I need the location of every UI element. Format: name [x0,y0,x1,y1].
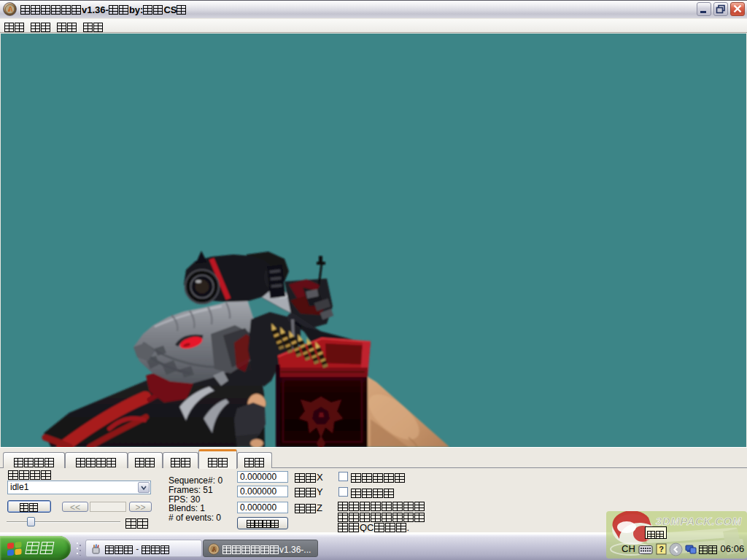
svg-text:3DMPACK.COM: 3DMPACK.COM [656,515,742,527]
svg-text:?: ? [659,545,664,553]
